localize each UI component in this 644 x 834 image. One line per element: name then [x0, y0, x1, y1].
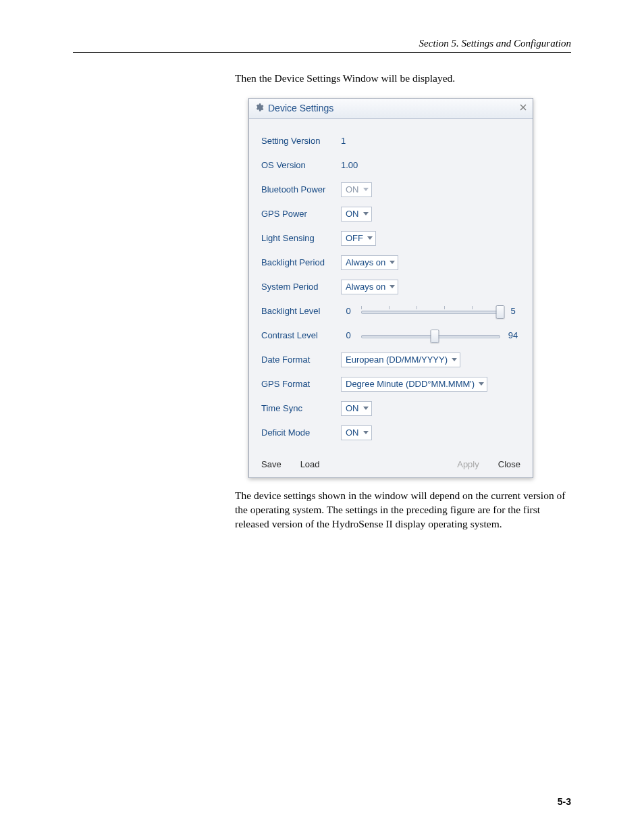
header-rule: [73, 52, 571, 53]
device-settings-dialog: Device Settings Setting Version 1 OS Ver…: [248, 98, 533, 478]
intro-text: Then the Device Settings Window will be …: [235, 72, 571, 86]
dialog-titlebar[interactable]: Device Settings: [249, 99, 533, 119]
chevron-down-icon: [363, 431, 369, 434]
combo-deficit-mode[interactable]: ON: [341, 425, 372, 440]
label-backlight-period: Backlight Period: [261, 257, 341, 267]
backlight-level-min: 0: [341, 306, 356, 316]
label-backlight-level: Backlight Level: [261, 306, 341, 316]
close-icon[interactable]: [519, 103, 527, 113]
combo-deficit-mode-value: ON: [346, 427, 359, 438]
row-time-sync: Time Sync ON: [261, 400, 520, 417]
backlight-level-max: 5: [506, 306, 520, 316]
label-bluetooth-power: Bluetooth Power: [261, 184, 341, 194]
row-bluetooth-power: Bluetooth Power ON: [261, 181, 520, 199]
label-os-version: OS Version: [261, 160, 341, 170]
row-gps-power: GPS Power ON: [261, 205, 520, 223]
dialog-button-row: Save Load Apply Close: [249, 452, 533, 477]
combo-time-sync-value: ON: [346, 403, 359, 414]
load-button[interactable]: Load: [300, 459, 320, 469]
combo-backlight-period[interactable]: Always on: [341, 255, 398, 270]
combo-date-format[interactable]: European (DD/MM/YYYY): [341, 353, 460, 367]
chevron-down-icon: [363, 188, 369, 191]
slider-contrast-level[interactable]: [361, 329, 500, 342]
combo-gps-power[interactable]: ON: [341, 207, 372, 221]
combo-date-format-value: European (DD/MM/YYYY): [346, 355, 448, 365]
label-date-format: Date Format: [261, 355, 341, 365]
combo-bluetooth-power[interactable]: ON: [341, 182, 372, 197]
dialog-title: Device Settings: [268, 103, 519, 113]
save-button[interactable]: Save: [261, 459, 281, 469]
apply-button[interactable]: Apply: [457, 459, 479, 469]
combo-gps-format-value: Degree Minute (DDD°MM.MMM'): [346, 379, 475, 390]
row-os-version: OS Version 1.00: [261, 157, 520, 174]
chevron-down-icon: [367, 236, 373, 240]
combo-light-sensing[interactable]: OFF: [341, 231, 376, 246]
value-os-version: 1.00: [341, 160, 358, 170]
row-backlight-level: Backlight Level 0 5: [261, 303, 520, 320]
row-setting-version: Setting Version 1: [261, 132, 520, 150]
dialog-body: Setting Version 1 OS Version 1.00 Blueto…: [249, 119, 533, 452]
label-gps-format: GPS Format: [261, 379, 341, 389]
row-contrast-level: Contrast Level 0 94: [261, 327, 520, 344]
slider-backlight-level[interactable]: [361, 305, 500, 318]
combo-time-sync[interactable]: ON: [341, 401, 372, 416]
label-deficit-mode: Deficit Mode: [261, 427, 341, 438]
label-gps-power: GPS Power: [261, 209, 341, 219]
close-button[interactable]: Close: [498, 459, 520, 469]
chevron-down-icon: [452, 358, 457, 361]
combo-system-period-value: Always on: [346, 282, 385, 292]
label-setting-version: Setting Version: [261, 136, 341, 146]
row-date-format: Date Format European (DD/MM/YYYY): [261, 351, 520, 369]
outro-text: The device settings shown in the window …: [235, 489, 571, 531]
combo-gps-format[interactable]: Degree Minute (DDD°MM.MMM'): [341, 377, 487, 392]
contrast-level-max: 94: [506, 330, 520, 340]
value-setting-version: 1: [341, 136, 346, 146]
combo-bluetooth-power-value: ON: [346, 184, 359, 195]
page-number: 5-3: [558, 796, 571, 807]
label-system-period: System Period: [261, 282, 341, 292]
row-system-period: System Period Always on: [261, 278, 520, 296]
chevron-down-icon: [390, 261, 395, 264]
combo-system-period[interactable]: Always on: [341, 280, 398, 294]
combo-backlight-period-value: Always on: [346, 257, 385, 268]
gear-icon: [254, 103, 264, 114]
combo-light-sensing-value: OFF: [346, 233, 363, 244]
label-time-sync: Time Sync: [261, 403, 341, 413]
chevron-down-icon: [390, 285, 395, 288]
chevron-down-icon: [363, 212, 369, 215]
row-deficit-mode: Deficit Mode ON: [261, 424, 520, 442]
combo-gps-power-value: ON: [346, 209, 359, 219]
row-gps-format: GPS Format Degree Minute (DDD°MM.MMM'): [261, 375, 520, 393]
chevron-down-icon: [363, 407, 369, 410]
label-contrast-level: Contrast Level: [261, 330, 341, 340]
contrast-level-min: 0: [341, 330, 356, 340]
section-header: Section 5. Settings and Configuration: [73, 38, 571, 49]
chevron-down-icon: [479, 382, 484, 386]
label-light-sensing: Light Sensing: [261, 233, 341, 243]
row-light-sensing: Light Sensing OFF: [261, 230, 520, 247]
row-backlight-period: Backlight Period Always on: [261, 254, 520, 271]
